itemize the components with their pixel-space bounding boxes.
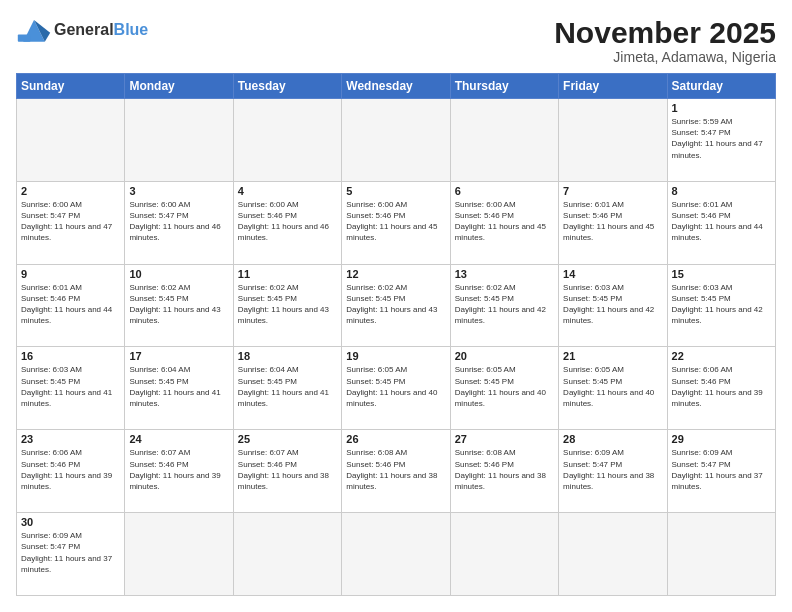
calendar-week-row: 30Sunrise: 6:09 AM Sunset: 5:47 PM Dayli… (17, 513, 776, 596)
day-number: 11 (238, 268, 337, 280)
weekday-header-tuesday: Tuesday (233, 74, 341, 99)
day-info: Sunrise: 6:01 AM Sunset: 5:46 PM Dayligh… (563, 199, 662, 244)
day-info: Sunrise: 6:02 AM Sunset: 5:45 PM Dayligh… (455, 282, 554, 327)
calendar-cell: 30Sunrise: 6:09 AM Sunset: 5:47 PM Dayli… (17, 513, 125, 596)
calendar-header-row: SundayMondayTuesdayWednesdayThursdayFrid… (17, 74, 776, 99)
calendar-cell: 11Sunrise: 6:02 AM Sunset: 5:45 PM Dayli… (233, 264, 341, 347)
weekday-header-friday: Friday (559, 74, 667, 99)
calendar-cell (233, 513, 341, 596)
day-info: Sunrise: 6:09 AM Sunset: 5:47 PM Dayligh… (563, 447, 662, 492)
day-number: 13 (455, 268, 554, 280)
day-number: 28 (563, 433, 662, 445)
calendar-cell: 12Sunrise: 6:02 AM Sunset: 5:45 PM Dayli… (342, 264, 450, 347)
calendar-cell: 16Sunrise: 6:03 AM Sunset: 5:45 PM Dayli… (17, 347, 125, 430)
day-number: 3 (129, 185, 228, 197)
day-number: 6 (455, 185, 554, 197)
day-info: Sunrise: 6:09 AM Sunset: 5:47 PM Dayligh… (21, 530, 120, 575)
day-info: Sunrise: 6:02 AM Sunset: 5:45 PM Dayligh… (346, 282, 445, 327)
calendar-cell (450, 513, 558, 596)
day-number: 2 (21, 185, 120, 197)
day-number: 8 (672, 185, 771, 197)
day-number: 1 (672, 102, 771, 114)
calendar-cell: 4Sunrise: 6:00 AM Sunset: 5:46 PM Daylig… (233, 181, 341, 264)
day-number: 19 (346, 350, 445, 362)
day-info: Sunrise: 6:00 AM Sunset: 5:47 PM Dayligh… (129, 199, 228, 244)
weekday-header-thursday: Thursday (450, 74, 558, 99)
day-info: Sunrise: 6:00 AM Sunset: 5:46 PM Dayligh… (455, 199, 554, 244)
calendar-week-row: 2Sunrise: 6:00 AM Sunset: 5:47 PM Daylig… (17, 181, 776, 264)
day-info: Sunrise: 6:08 AM Sunset: 5:46 PM Dayligh… (455, 447, 554, 492)
day-info: Sunrise: 6:05 AM Sunset: 5:45 PM Dayligh… (563, 364, 662, 409)
logo-blue: Blue (114, 21, 149, 38)
calendar-cell: 2Sunrise: 6:00 AM Sunset: 5:47 PM Daylig… (17, 181, 125, 264)
day-info: Sunrise: 6:01 AM Sunset: 5:46 PM Dayligh… (672, 199, 771, 244)
calendar-week-row: 9Sunrise: 6:01 AM Sunset: 5:46 PM Daylig… (17, 264, 776, 347)
calendar-cell: 10Sunrise: 6:02 AM Sunset: 5:45 PM Dayli… (125, 264, 233, 347)
calendar-cell: 27Sunrise: 6:08 AM Sunset: 5:46 PM Dayli… (450, 430, 558, 513)
svg-rect-2 (18, 35, 31, 42)
page: GeneralBlue November 2025 Jimeta, Adamaw… (0, 0, 792, 612)
calendar-cell: 17Sunrise: 6:04 AM Sunset: 5:45 PM Dayli… (125, 347, 233, 430)
calendar-week-row: 16Sunrise: 6:03 AM Sunset: 5:45 PM Dayli… (17, 347, 776, 430)
day-number: 20 (455, 350, 554, 362)
calendar-cell (450, 99, 558, 182)
day-number: 5 (346, 185, 445, 197)
calendar-table: SundayMondayTuesdayWednesdayThursdayFrid… (16, 73, 776, 596)
calendar-cell: 13Sunrise: 6:02 AM Sunset: 5:45 PM Dayli… (450, 264, 558, 347)
logo-general: General (54, 21, 114, 38)
weekday-header-monday: Monday (125, 74, 233, 99)
calendar-cell: 7Sunrise: 6:01 AM Sunset: 5:46 PM Daylig… (559, 181, 667, 264)
day-number: 27 (455, 433, 554, 445)
day-number: 14 (563, 268, 662, 280)
calendar-cell: 18Sunrise: 6:04 AM Sunset: 5:45 PM Dayli… (233, 347, 341, 430)
day-number: 9 (21, 268, 120, 280)
day-info: Sunrise: 6:05 AM Sunset: 5:45 PM Dayligh… (455, 364, 554, 409)
calendar-cell: 6Sunrise: 6:00 AM Sunset: 5:46 PM Daylig… (450, 181, 558, 264)
calendar-cell: 5Sunrise: 6:00 AM Sunset: 5:46 PM Daylig… (342, 181, 450, 264)
day-number: 17 (129, 350, 228, 362)
month-year: November 2025 (554, 16, 776, 49)
calendar-cell: 26Sunrise: 6:08 AM Sunset: 5:46 PM Dayli… (342, 430, 450, 513)
day-info: Sunrise: 5:59 AM Sunset: 5:47 PM Dayligh… (672, 116, 771, 161)
day-info: Sunrise: 6:03 AM Sunset: 5:45 PM Dayligh… (21, 364, 120, 409)
day-info: Sunrise: 6:09 AM Sunset: 5:47 PM Dayligh… (672, 447, 771, 492)
day-info: Sunrise: 6:00 AM Sunset: 5:46 PM Dayligh… (346, 199, 445, 244)
calendar-cell: 21Sunrise: 6:05 AM Sunset: 5:45 PM Dayli… (559, 347, 667, 430)
day-info: Sunrise: 6:06 AM Sunset: 5:46 PM Dayligh… (21, 447, 120, 492)
day-number: 12 (346, 268, 445, 280)
day-info: Sunrise: 6:03 AM Sunset: 5:45 PM Dayligh… (672, 282, 771, 327)
day-info: Sunrise: 6:02 AM Sunset: 5:45 PM Dayligh… (238, 282, 337, 327)
day-number: 26 (346, 433, 445, 445)
day-info: Sunrise: 6:05 AM Sunset: 5:45 PM Dayligh… (346, 364, 445, 409)
calendar-cell (667, 513, 775, 596)
calendar-cell (125, 513, 233, 596)
day-info: Sunrise: 6:02 AM Sunset: 5:45 PM Dayligh… (129, 282, 228, 327)
calendar-cell: 25Sunrise: 6:07 AM Sunset: 5:46 PM Dayli… (233, 430, 341, 513)
day-number: 21 (563, 350, 662, 362)
calendar-cell: 29Sunrise: 6:09 AM Sunset: 5:47 PM Dayli… (667, 430, 775, 513)
title-area: November 2025 Jimeta, Adamawa, Nigeria (554, 16, 776, 65)
calendar-cell (559, 99, 667, 182)
day-number: 10 (129, 268, 228, 280)
weekday-header-wednesday: Wednesday (342, 74, 450, 99)
calendar-week-row: 1Sunrise: 5:59 AM Sunset: 5:47 PM Daylig… (17, 99, 776, 182)
location: Jimeta, Adamawa, Nigeria (554, 49, 776, 65)
calendar-cell (17, 99, 125, 182)
day-number: 30 (21, 516, 120, 528)
day-info: Sunrise: 6:00 AM Sunset: 5:47 PM Dayligh… (21, 199, 120, 244)
calendar-cell (342, 99, 450, 182)
day-info: Sunrise: 6:03 AM Sunset: 5:45 PM Dayligh… (563, 282, 662, 327)
calendar-cell (342, 513, 450, 596)
day-info: Sunrise: 6:04 AM Sunset: 5:45 PM Dayligh… (129, 364, 228, 409)
calendar-cell: 3Sunrise: 6:00 AM Sunset: 5:47 PM Daylig… (125, 181, 233, 264)
day-number: 25 (238, 433, 337, 445)
calendar-cell: 19Sunrise: 6:05 AM Sunset: 5:45 PM Dayli… (342, 347, 450, 430)
day-info: Sunrise: 6:04 AM Sunset: 5:45 PM Dayligh… (238, 364, 337, 409)
day-info: Sunrise: 6:07 AM Sunset: 5:46 PM Dayligh… (129, 447, 228, 492)
calendar-cell: 9Sunrise: 6:01 AM Sunset: 5:46 PM Daylig… (17, 264, 125, 347)
calendar-cell: 28Sunrise: 6:09 AM Sunset: 5:47 PM Dayli… (559, 430, 667, 513)
calendar-cell: 24Sunrise: 6:07 AM Sunset: 5:46 PM Dayli… (125, 430, 233, 513)
header: GeneralBlue November 2025 Jimeta, Adamaw… (16, 16, 776, 65)
calendar-cell (233, 99, 341, 182)
calendar-cell: 14Sunrise: 6:03 AM Sunset: 5:45 PM Dayli… (559, 264, 667, 347)
